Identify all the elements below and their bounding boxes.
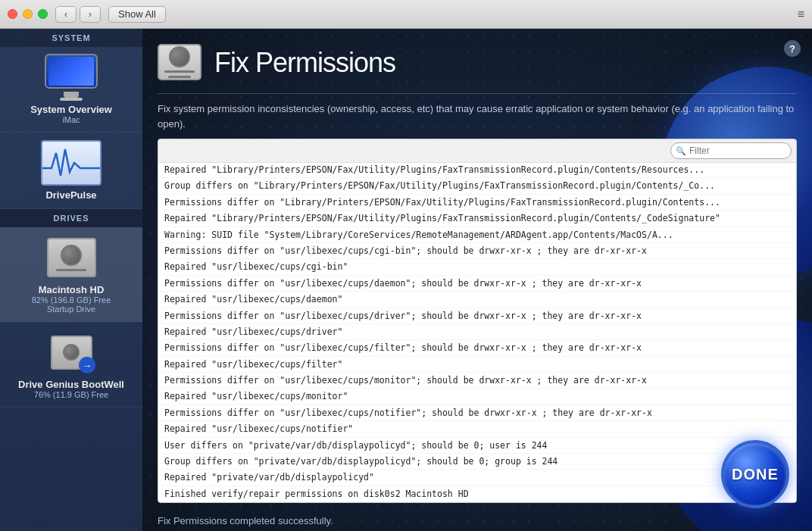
help-button[interactable]: ? <box>784 40 801 57</box>
macintosh-hd-label: Macintosh HD <box>39 284 105 295</box>
macintosh-hd-size: 82% (196.8 GB) Free <box>32 295 111 305</box>
main-layout: SYSTEM System Overview iMac <box>0 29 812 531</box>
macintosh-hd-role: Startup Drive <box>47 305 95 314</box>
list-icon[interactable]: ≡ <box>798 8 804 21</box>
bootwell-label: Drive Genius BootWell <box>18 379 124 390</box>
system-overview-sublabel: iMac <box>62 115 80 124</box>
drivepulse-label: DrivePulse <box>45 189 96 201</box>
close-button[interactable] <box>8 9 17 19</box>
back-button[interactable]: ‹ <box>55 6 77 23</box>
page-title: Fix Permissions <box>214 47 395 79</box>
forward-button[interactable]: › <box>80 6 101 23</box>
log-line: Repaired "usr/libexec/cups/monitor" <box>158 389 796 404</box>
macintosh-hd-icon <box>41 235 102 280</box>
log-line: Repaired "Library/Printers/EPSON/Fax/Uti… <box>158 211 796 226</box>
log-line: Repaired "usr/libexec/cups/cgi-bin" <box>158 259 796 275</box>
system-overview-icon <box>41 55 102 100</box>
fix-permissions-header-icon <box>158 40 203 86</box>
drivepulse-icon <box>41 140 102 186</box>
log-line: Permissions differ on "usr/libexec/cups/… <box>158 340 796 356</box>
log-content[interactable]: Repaired "Library/Printers/EPSON/Fax/Uti… <box>158 163 796 502</box>
maximize-button[interactable] <box>38 9 48 19</box>
show-all-button[interactable]: Show All <box>108 6 166 23</box>
log-container: 🔍 Repaired "Library/Printers/EPSON/Fax/U… <box>158 139 797 503</box>
sidebar-item-drivepulse[interactable]: DrivePulse <box>0 133 142 209</box>
log-toolbar: 🔍 <box>158 139 796 163</box>
log-line: Permissions differ on "usr/libexec/cups/… <box>158 276 796 292</box>
traffic-lights <box>8 9 48 19</box>
log-line: Permissions differ on "usr/libexec/cups/… <box>158 308 796 324</box>
minimize-button[interactable] <box>23 9 33 19</box>
log-line: Permissions differ on "Library/Printers/… <box>158 195 796 211</box>
search-icon: 🔍 <box>676 146 686 156</box>
nav-buttons: ‹ › <box>55 6 101 23</box>
filter-wrapper: 🔍 <box>670 142 792 159</box>
log-line: Repaired "Library/Printers/EPSON/Fax/Uti… <box>158 163 796 178</box>
log-line: Group differs on "Library/Printers/EPSON… <box>158 178 796 194</box>
filter-input[interactable] <box>670 142 792 159</box>
log-line: Group differs on "private/var/db/display… <box>158 454 796 470</box>
sidebar-item-macintosh-hd[interactable]: Macintosh HD 82% (196.8 GB) Free Startup… <box>0 227 142 322</box>
bootwell-size: 76% (11.9 GB) Free <box>34 390 108 399</box>
log-line: User differs on "private/var/db/displayp… <box>158 438 796 454</box>
system-section-header: SYSTEM <box>0 29 142 47</box>
bootwell-icon: → <box>41 330 102 375</box>
done-button[interactable]: DONE <box>721 440 789 508</box>
log-line: Repaired "private/var/db/displaypolicyd" <box>158 470 796 486</box>
titlebar-right: ≡ <box>798 8 804 21</box>
titlebar: ‹ › Show All ≡ <box>0 0 812 29</box>
log-line: Finished verify/repair permissions on di… <box>158 486 796 502</box>
done-button-container: DONE <box>721 440 789 508</box>
log-line: Permissions differ on "usr/libexec/cups/… <box>158 243 796 259</box>
sidebar-item-system-overview[interactable]: System Overview iMac <box>0 47 142 133</box>
log-line: Repaired "usr/libexec/cups/filter" <box>158 357 796 373</box>
status-bar: Fix Permissions completed successfully. <box>142 511 812 531</box>
system-overview-label: System Overview <box>30 104 112 115</box>
sidebar: SYSTEM System Overview iMac <box>0 29 142 531</box>
drives-section-header: DRIVES <box>0 209 142 227</box>
log-line: Repaired "usr/libexec/cups/daemon" <box>158 292 796 308</box>
content-area: Fix Permissions ? Fix system permission … <box>142 29 812 531</box>
log-line: Permissions differ on "usr/libexec/cups/… <box>158 373 796 389</box>
content-description: Fix system permission inconsistencies (o… <box>142 94 812 139</box>
sidebar-item-bootwell[interactable]: → Drive Genius BootWell 76% (11.9 GB) Fr… <box>0 322 142 408</box>
log-line: Permissions differ on "usr/libexec/cups/… <box>158 405 796 421</box>
log-line: Warning: SUID file "System/Library/CoreS… <box>158 227 796 243</box>
log-line: Repaired "usr/libexec/cups/notifier" <box>158 421 796 437</box>
log-line: Repaired "usr/libexec/cups/driver" <box>158 324 796 340</box>
content-header: Fix Permissions ? <box>142 29 812 93</box>
